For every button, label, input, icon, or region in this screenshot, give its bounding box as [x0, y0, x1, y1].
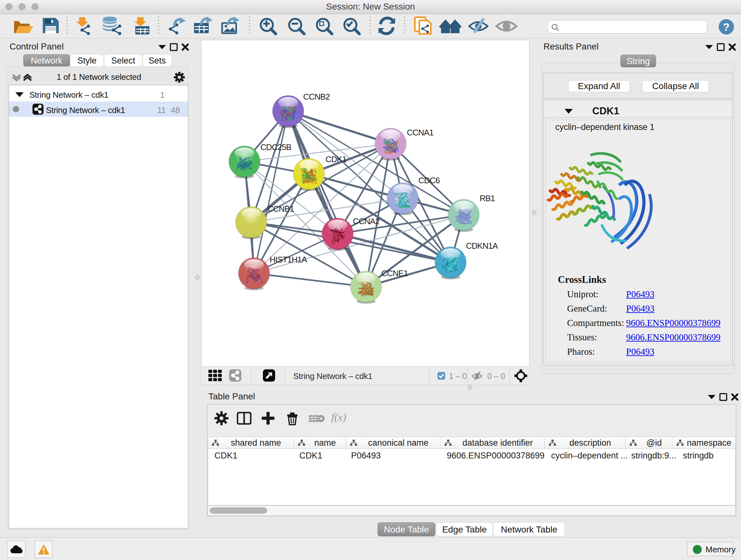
svg-text:HIST1H1A: HIST1H1A — [270, 255, 307, 264]
svg-text:CCNA1: CCNA1 — [407, 128, 434, 137]
svg-text:CCNE1: CCNE1 — [381, 268, 408, 278]
svg-text:CCNB1: CCNB1 — [267, 204, 294, 213]
svg-text:CCNA2: CCNA2 — [353, 216, 380, 226]
svg-text:RB1: RB1 — [480, 193, 495, 203]
svg-text:CDKN1A: CDKN1A — [466, 241, 498, 251]
svg-text:CDC6: CDC6 — [418, 176, 440, 185]
svg-text:CCNB2: CCNB2 — [303, 92, 330, 102]
svg-text:CDK1: CDK1 — [326, 154, 347, 164]
svg-text:CDC25B: CDC25B — [260, 142, 291, 152]
